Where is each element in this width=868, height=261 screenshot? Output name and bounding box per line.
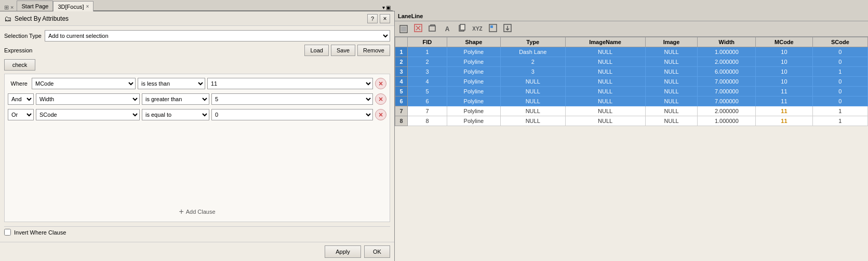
cell-width: 1.000000 xyxy=(698,116,756,126)
row-number: 7 xyxy=(395,106,408,116)
clause1-remove-btn[interactable]: × xyxy=(375,78,386,89)
cell-image: NULL xyxy=(645,87,698,97)
cell-fid: 7 xyxy=(408,106,447,116)
col-fid[interactable]: FID xyxy=(408,37,447,47)
table-header-row: FID Shape Type ImageName Image Width MCo… xyxy=(395,37,868,47)
cell-shape: Polyline xyxy=(447,106,500,116)
table-row[interactable]: 88PolylineNULLNULLNULL1.000000111 xyxy=(395,116,868,126)
clause2-connector-select[interactable]: And xyxy=(8,93,34,105)
restore-icon[interactable]: ▣ xyxy=(386,5,391,10)
clause1-value-select[interactable]: 11 xyxy=(207,78,373,89)
cell-scode: 1 xyxy=(812,106,867,116)
row-number: 4 xyxy=(395,77,408,87)
table-row[interactable]: 11PolylineDash LaneNULLNULL1.000000100 xyxy=(395,47,868,57)
expression-label: Expression xyxy=(4,47,32,53)
cell-shape: Polyline xyxy=(447,116,500,126)
tab-focus[interactable]: 3D[Focus] × xyxy=(53,1,94,11)
toolbar-select2-icon[interactable] xyxy=(486,23,500,35)
cell-image: NULL xyxy=(645,116,698,126)
cell-type: Dash Lane xyxy=(500,47,565,57)
add-clause-row[interactable]: + Add Clause xyxy=(8,205,386,218)
check-button[interactable]: check xyxy=(4,59,35,71)
col-mcode[interactable]: MCode xyxy=(756,37,813,47)
cell-type: NULL xyxy=(500,87,565,97)
cell-imagename: NULL xyxy=(565,77,645,87)
clause2-operator-select[interactable]: is greater than xyxy=(142,93,209,105)
row-number: 2 xyxy=(395,57,408,67)
clause3-connector-select[interactable]: Or xyxy=(8,109,34,120)
toolbar-zoom-icon[interactable] xyxy=(426,23,439,35)
cell-width: 1.000000 xyxy=(698,47,756,57)
cell-image: NULL xyxy=(645,67,698,77)
close-button[interactable]: × xyxy=(380,14,390,23)
table-row[interactable]: 44PolylineNULLNULLNULL7.000000100 xyxy=(395,77,868,87)
clause-row-1: Where MCode is less than 11 × xyxy=(8,77,386,90)
table-row[interactable]: 66PolylineNULLNULLNULL7.000000110 xyxy=(395,97,868,106)
col-width[interactable]: Width xyxy=(698,37,756,47)
col-image[interactable]: Image xyxy=(645,37,698,47)
help-button[interactable]: ? xyxy=(367,14,378,23)
right-panel: LaneLine A XYZ xyxy=(395,11,868,261)
cell-type: 3 xyxy=(500,67,565,77)
remove-button[interactable]: Remove xyxy=(357,45,390,56)
cell-scode: 0 xyxy=(812,77,867,87)
table-toolbar: A XYZ xyxy=(395,21,868,37)
cell-imagename: NULL xyxy=(565,87,645,97)
cell-fid: 8 xyxy=(408,116,447,126)
cell-image: NULL xyxy=(645,57,698,67)
clause3-operator-select[interactable]: is equal to xyxy=(142,109,209,120)
clause3-field-select[interactable]: SCode xyxy=(36,109,140,120)
svg-rect-9 xyxy=(490,25,493,28)
clause2-field-select[interactable]: Width xyxy=(36,93,140,105)
table-row[interactable]: 55PolylineNULLNULLNULL7.000000110 xyxy=(395,87,868,97)
cell-type: NULL xyxy=(500,106,565,116)
cell-mcode: 11 xyxy=(756,106,813,116)
toolbar-copy-icon[interactable] xyxy=(455,23,469,35)
clause1-field-select[interactable]: MCode xyxy=(32,78,136,89)
minimize-icon[interactable]: ▾ xyxy=(382,5,385,10)
cell-shape: Polyline xyxy=(447,57,500,67)
selection-type-select[interactable]: Add to current selection xyxy=(45,30,390,42)
invert-row: Invert Where Clause xyxy=(4,226,390,238)
select-by-attributes-dialog: 🗂 Select By Attributes ? × Selection Typ… xyxy=(0,11,395,261)
row-number: 5 xyxy=(395,87,408,97)
clause2-remove-btn[interactable]: × xyxy=(375,93,386,105)
save-button[interactable]: Save xyxy=(331,45,355,56)
svg-rect-5 xyxy=(429,26,435,31)
row-number: 3 xyxy=(395,67,408,77)
col-imagename[interactable]: ImageName xyxy=(565,37,645,47)
dialog-icon: 🗂 xyxy=(4,15,11,23)
table-row[interactable]: 33Polyline3NULLNULL6.000000101 xyxy=(395,67,868,77)
toolbar-select-all-icon[interactable] xyxy=(397,23,410,35)
toolbar-xyz-icon[interactable]: XYZ xyxy=(470,23,485,35)
clause3-value-select[interactable]: 0 xyxy=(211,109,373,120)
cell-image: NULL xyxy=(645,97,698,106)
apply-button[interactable]: Apply xyxy=(325,245,361,258)
tab-start[interactable]: Start Page xyxy=(17,1,53,11)
panel-titlebar: LaneLine xyxy=(395,11,868,21)
col-scode[interactable]: SCode xyxy=(812,37,867,47)
clause2-value-select[interactable]: 5 xyxy=(211,93,373,105)
row-number: 1 xyxy=(395,47,408,57)
col-type[interactable]: Type xyxy=(500,37,565,47)
toolbar-export-icon[interactable] xyxy=(501,23,514,35)
toolbar-deselect-icon[interactable] xyxy=(411,23,425,35)
row-number: 8 xyxy=(395,116,408,126)
cell-fid: 6 xyxy=(408,97,447,106)
cell-fid: 4 xyxy=(408,77,447,87)
cell-width: 7.000000 xyxy=(698,97,756,106)
clause3-remove-btn[interactable]: × xyxy=(375,109,386,120)
toolbar-label-icon[interactable]: A xyxy=(440,23,454,35)
clause1-operator-select[interactable]: is less than xyxy=(138,78,205,89)
col-shape[interactable]: Shape xyxy=(447,37,500,47)
load-button[interactable]: Load xyxy=(304,45,328,56)
tab-close-icon[interactable]: × xyxy=(86,4,89,9)
table-row[interactable]: 22Polyline2NULLNULL2.000000100 xyxy=(395,57,868,67)
table-row[interactable]: 77PolylineNULLNULLNULL2.000000111 xyxy=(395,106,868,116)
svg-rect-7 xyxy=(460,24,465,30)
invert-checkbox[interactable] xyxy=(4,229,11,236)
clause-row-2: And Width is greater than 5 × xyxy=(8,93,386,105)
table-container: FID Shape Type ImageName Image Width MCo… xyxy=(395,37,868,261)
ok-button[interactable]: OK xyxy=(364,245,390,258)
cell-mcode: 10 xyxy=(756,57,813,67)
